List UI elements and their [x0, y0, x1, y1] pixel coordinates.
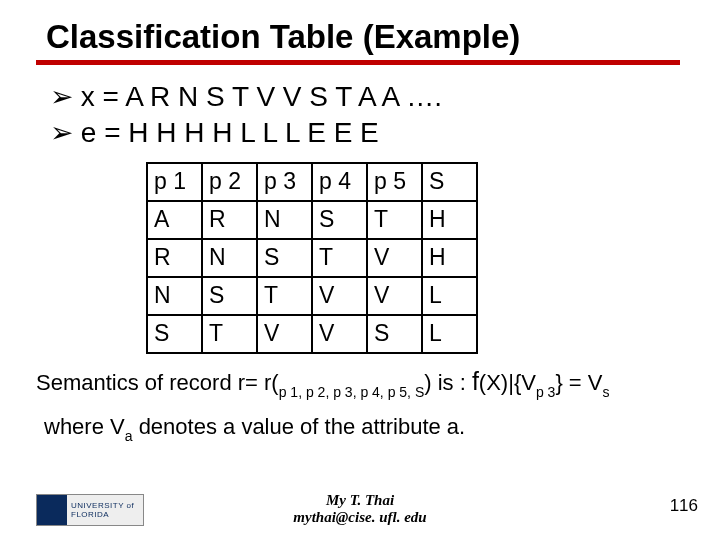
cell: S — [422, 163, 477, 201]
where-a: a — [125, 428, 133, 444]
sem-s: s — [602, 384, 609, 400]
cell: V — [312, 277, 367, 315]
cell: T — [257, 277, 312, 315]
table-row: A R N S T H — [147, 201, 477, 239]
author-email: mythai@cise. ufl. edu — [0, 509, 720, 526]
cell: p 5 — [367, 163, 422, 201]
sem-brace: } = V — [555, 370, 602, 395]
cell: p 1 — [147, 163, 202, 201]
sem-p3: p 3 — [536, 384, 555, 400]
cell: V — [312, 315, 367, 353]
cell: V — [367, 277, 422, 315]
cell: L — [422, 315, 477, 353]
cell: S — [367, 315, 422, 353]
bullet-e-text: e = H H H H L L L E E E — [81, 117, 379, 148]
triangle-icon: ➢ — [50, 117, 73, 148]
cell: S — [202, 277, 257, 315]
cell: T — [367, 201, 422, 239]
sem-f: f — [472, 367, 479, 395]
cell: T — [202, 315, 257, 353]
cell: S — [147, 315, 202, 353]
cell: A — [147, 201, 202, 239]
table-row: S T V V S L — [147, 315, 477, 353]
author-credit: My T. Thai mythai@cise. ufl. edu — [0, 492, 720, 527]
author-name: My T. Thai — [0, 492, 720, 509]
sem-fx: (X)|{V — [479, 370, 536, 395]
table-row: R N S T V H — [147, 239, 477, 277]
cell: H — [422, 239, 477, 277]
cell: R — [202, 201, 257, 239]
table-row: N S T V V L — [147, 277, 477, 315]
where-line: where Va denotes a value of the attribut… — [36, 414, 680, 442]
cell: S — [257, 239, 312, 277]
cell: S — [312, 201, 367, 239]
sem-args: p 1, p 2, p 3, p 4, p 5, S — [279, 384, 425, 400]
cell: N — [202, 239, 257, 277]
cell: V — [367, 239, 422, 277]
cell: p 2 — [202, 163, 257, 201]
semantics-line: Semantics of record r= r(p 1, p 2, p 3, … — [36, 366, 680, 400]
bullet-e: ➢ e = H H H H L L L E E E — [36, 115, 680, 151]
cell: p 3 — [257, 163, 312, 201]
bullet-x: ➢ x = A R N S T V V S T A A …. — [36, 79, 680, 115]
classification-table: p 1 p 2 p 3 p 4 p 5 S A R N S T H R N S … — [146, 162, 680, 354]
cell: R — [147, 239, 202, 277]
cell: T — [312, 239, 367, 277]
sem-prefix: Semantics of record r= r( — [36, 370, 279, 395]
where-prefix: where V — [44, 414, 125, 439]
table-row: p 1 p 2 p 3 p 4 p 5 S — [147, 163, 477, 201]
cell: V — [257, 315, 312, 353]
page-number: 116 — [670, 496, 698, 516]
sem-mid: ) is : — [424, 370, 472, 395]
cell: p 4 — [312, 163, 367, 201]
where-rest: denotes a value of the attribute a. — [133, 414, 466, 439]
slide-title: Classification Table (Example) — [36, 18, 680, 56]
cell: N — [257, 201, 312, 239]
cell: L — [422, 277, 477, 315]
bullet-x-text: x = A R N S T V V S T A A …. — [81, 81, 442, 112]
title-rule — [36, 60, 680, 65]
cell: H — [422, 201, 477, 239]
cell: N — [147, 277, 202, 315]
triangle-icon: ➢ — [50, 81, 73, 112]
